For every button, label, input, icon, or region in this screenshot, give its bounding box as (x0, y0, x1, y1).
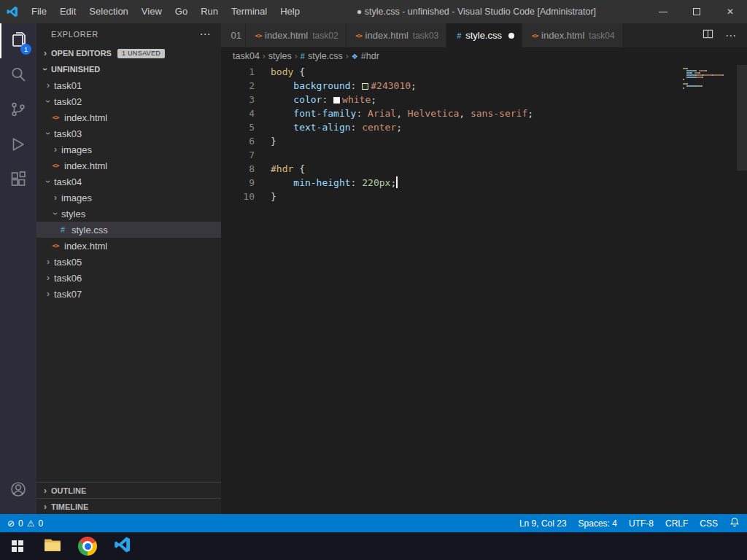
line-number: 9 (221, 176, 255, 190)
explorer-button[interactable]: 1 (0, 23, 36, 58)
html-file-icon: <> (253, 32, 263, 39)
menu-edit[interactable]: Edit (53, 0, 82, 23)
tree-item[interactable]: #style.css (36, 222, 221, 238)
error-icon: ⊘ (7, 518, 15, 529)
unsaved-badge: 1 UNSAVED (117, 49, 165, 58)
line-content: background: #243010; (271, 79, 417, 93)
status-item[interactable]: CRLF (665, 518, 688, 529)
line-content: #hdr { (271, 162, 305, 176)
line-number: 5 (221, 120, 255, 134)
chrome-taskbar-button[interactable] (70, 532, 105, 560)
warning-icon: ⚠ (27, 518, 35, 529)
line-content: font-family: Arial, Helvetica, sans-seri… (271, 106, 533, 120)
html-file-icon: <> (530, 32, 540, 39)
tree-item[interactable]: ›task01 (36, 77, 221, 93)
tree-item[interactable]: ›task07 (36, 286, 221, 302)
status-item[interactable]: UTF-8 (629, 518, 654, 529)
source-control-button[interactable] (0, 93, 36, 128)
panel-timeline[interactable]: ›TIMELINE (36, 498, 221, 514)
minimap[interactable] (683, 68, 737, 90)
account-icon (9, 481, 27, 501)
tree-item-label: styles (61, 209, 85, 219)
tree-item[interactable]: ›task03 (36, 125, 221, 141)
minimize-button[interactable]: — (646, 0, 680, 23)
tab-label: index.html (541, 30, 584, 41)
warning-count: 0 (39, 518, 44, 529)
status-item[interactable]: Ln 9, Col 23 (519, 518, 567, 529)
more-editor-actions-icon[interactable]: ⋯ (725, 29, 737, 42)
status-bar-right: Ln 9, Col 23Spaces: 4UTF-8CRLFCSS (519, 517, 740, 529)
search-button[interactable] (0, 58, 36, 93)
code-lines: 1body {2 background: #243010;3 color: wh… (221, 65, 747, 203)
editor-scrollbar[interactable] (737, 65, 747, 171)
menu-terminal[interactable]: Terminal (225, 0, 274, 23)
breadcrumb-item[interactable]: #style.css (301, 51, 343, 61)
menu-view[interactable]: View (135, 0, 169, 23)
status-items: Ln 9, Col 23Spaces: 4UTF-8CRLFCSS (519, 518, 718, 529)
tree-item[interactable]: ›task05 (36, 254, 221, 270)
account-button[interactable] (0, 473, 36, 508)
line-number: 1 (221, 65, 255, 79)
menu-run[interactable]: Run (194, 0, 225, 23)
workspace-section[interactable]: › UNFINISHED (36, 61, 221, 77)
tab-index.html[interactable]: <>index.htmltask02 (246, 23, 347, 47)
line-content: text-align: center; (271, 120, 402, 134)
breadcrumb-item[interactable]: styles (268, 51, 292, 61)
start-taskbar-button[interactable] (0, 532, 35, 560)
tab-index.html[interactable]: <>index.htmltask04 (522, 23, 623, 47)
run-debug-button[interactable] (0, 128, 36, 163)
window-title: ● style.css - unfinished - Visual Studio… (306, 7, 646, 17)
open-editors-section[interactable]: › OPEN EDITORS 1 UNSAVED (36, 45, 221, 61)
menu-selection[interactable]: Selection (82, 0, 134, 23)
explorer-title: EXPLORER (51, 30, 98, 39)
status-item[interactable]: CSS (700, 518, 718, 529)
tree-item[interactable]: ›task02 (36, 93, 221, 109)
code-line: 8#hdr { (221, 162, 747, 176)
vscode-taskbar-button[interactable] (105, 532, 140, 560)
menu-go[interactable]: Go (169, 0, 194, 23)
code-editor[interactable]: 1body {2 background: #243010;3 color: wh… (221, 65, 747, 514)
code-line: 6} (221, 134, 747, 148)
panel-outline[interactable]: ›OUTLINE (36, 482, 221, 498)
chevron-down-icon: › (43, 176, 53, 187)
breadcrumb-item[interactable]: task04 (233, 51, 260, 61)
panel-label: OUTLINE (51, 486, 86, 495)
menu-help[interactable]: Help (274, 0, 306, 23)
breadcrumb-separator-icon: › (346, 51, 349, 61)
problems-indicator[interactable]: ⊘ 0 ⚠ 0 (7, 518, 43, 529)
unsaved-count-badge: 1 (20, 44, 31, 55)
tree-item[interactable]: <>index.html (36, 238, 221, 254)
breadcrumb-item[interactable]: ❖#hdr (352, 51, 379, 61)
status-item[interactable]: Spaces: 4 (578, 518, 617, 529)
tab-style.css[interactable]: #style.css (446, 23, 522, 47)
tree-item[interactable]: ›images (36, 190, 221, 206)
tree-item[interactable]: ›images (36, 141, 221, 158)
line-content: min-height: 220px; (271, 176, 398, 190)
tree-item[interactable]: <>index.html (36, 158, 221, 174)
tree-item-label: task05 (54, 257, 82, 268)
open-editors-label: OPEN EDITORS (51, 49, 112, 58)
menu-file[interactable]: File (25, 0, 53, 23)
tree-item-label: task03 (54, 128, 82, 139)
color-swatch (362, 83, 368, 90)
extensions-button[interactable] (0, 163, 36, 198)
code-line: 7 (221, 148, 747, 162)
close-button[interactable]: ✕ (713, 0, 747, 23)
tree-item[interactable]: ›styles (36, 206, 221, 222)
more-actions-icon[interactable]: ⋯ (199, 28, 211, 41)
maximize-button[interactable] (680, 0, 713, 23)
bell-icon[interactable] (729, 517, 740, 529)
file-explorer-taskbar-button[interactable] (35, 532, 70, 560)
split-editor-icon[interactable] (703, 28, 713, 42)
chevron-right-icon: › (39, 48, 51, 58)
chevron-right-icon: › (50, 192, 61, 203)
tab-01[interactable]: 01 (221, 23, 246, 47)
status-bar: ⊘ 0 ⚠ 0 Ln 9, Col 23Spaces: 4UTF-8CRLFCS… (0, 514, 747, 532)
breadcrumb: task04›styles›#style.css›❖#hdr (221, 47, 747, 65)
tab-index.html[interactable]: <>index.htmltask03 (347, 23, 447, 47)
tree-item[interactable]: ›task04 (36, 174, 221, 190)
tree-item[interactable]: ›task06 (36, 270, 221, 286)
explorer-header: EXPLORER ⋯ (36, 23, 221, 45)
code-line: 1body { (221, 65, 747, 79)
tree-item[interactable]: <>index.html (36, 109, 221, 125)
